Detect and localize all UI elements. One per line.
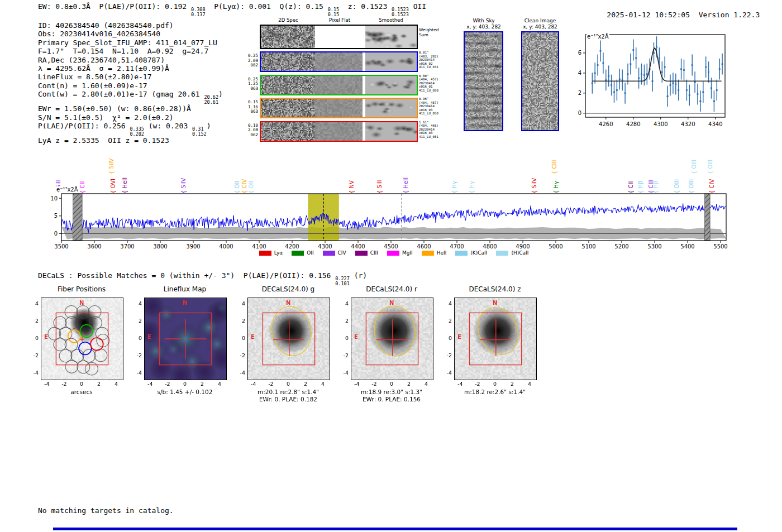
svg-text:4100: 4100 [252, 243, 266, 250]
y-tick-label: 0 [441, 335, 452, 341]
legend-item-MgII: MgII [387, 250, 413, 256]
weighted-sum-2dspec-image [261, 26, 315, 48]
y-tick-label: -2 [337, 352, 349, 358]
legend-label: MgII [402, 250, 413, 256]
clean-image-panel [521, 31, 559, 131]
x-tick-label: 4 [419, 381, 433, 387]
x-tick-label: -2 [264, 381, 278, 387]
fiber-row-annotation-line: 411_LU_051 [419, 135, 438, 138]
range-low: 0.1523 [392, 12, 409, 17]
cutout-image-decals [351, 298, 433, 380]
x-tick-label: 0 [75, 381, 88, 387]
y-tick-label: -4 [337, 370, 349, 376]
line-label-CIV: { CIV [708, 150, 716, 194]
compass-east-label: E [251, 334, 255, 340]
cutout-image-decals [247, 298, 330, 380]
info-8-range-1: 20.6220.61 [204, 95, 218, 104]
y-tick-label: -4 [441, 370, 452, 376]
svg-text:5500: 5500 [713, 243, 727, 250]
fiber-row-annotation-line: (404, 465) [419, 124, 438, 127]
cutout-title-2: DECaLS(24.0) g [236, 285, 340, 293]
svg-text:3700: 3700 [120, 243, 134, 250]
version-label: Version 1.22.3 [699, 11, 760, 19]
legend-label: CIII [370, 250, 378, 256]
x-tick-label: -4 [40, 381, 54, 387]
cutout-title-0: Fiber Positions [30, 285, 133, 293]
summary-text-4: z: 0.1523 [339, 2, 392, 11]
info-3-text-0: F=1.7" T=0.154 N=1.10 A=0.92 g=24.7 [38, 47, 208, 55]
svg-text:4700: 4700 [450, 243, 464, 250]
summary-header: EW: 0.8±0.3Å P(LAE)/P(OII): 0.192 0.3080… [38, 2, 426, 17]
col-header-pixelflat: Pixel Flat [317, 17, 362, 23]
x-tick-label: 0 [178, 381, 192, 387]
spectrum-unit-label: e⁻¹⁷x2Å [56, 186, 79, 193]
legend-label: (K)CaII [470, 250, 487, 256]
info-line-12: LyA z = 2.5335 OII z = 0.1523 [38, 136, 223, 145]
legend-item-OII: OII [292, 250, 313, 256]
weighted-sum-label: Weighted Sum [419, 28, 439, 37]
fiber-row-annotation-line: 411_LU_050 [419, 89, 438, 92]
cutout-xlabel: arcsecs [30, 389, 133, 395]
clean-image-header: Clean Image x, y: 403, 282 [518, 18, 562, 30]
compass-north-label: N [183, 300, 187, 306]
range-low: 0.137 [191, 12, 206, 17]
info-11-text-4: ) [207, 122, 211, 130]
y-tick-label: 4 [337, 300, 349, 306]
x-tick-label: -2 [471, 381, 484, 387]
withsky-image [465, 32, 502, 130]
cutout-title-4: DECaLS(24.0) z [443, 285, 547, 293]
fiber-row-annotation-line: (404, 457) [419, 78, 438, 81]
fiber-row-pixelflat-image [315, 52, 365, 71]
line-label-Hγ: { Hγ [451, 150, 459, 194]
info-line-1: Obs: 20230414v016_4026384540 [38, 30, 223, 38]
legend-item-HeII: HeII [422, 250, 447, 256]
fiber-row-annotation: 0.80"(404, 457)20230414v016_01411_LU_050 [419, 74, 452, 93]
info-12-text-0: LyA z = 2.5335 OII z = 0.1523 [38, 136, 169, 145]
y-tick-label: 2 [234, 318, 245, 324]
line-label-HeII: { HeII [402, 150, 410, 194]
fiber-row-2dspec-image [261, 122, 315, 141]
info-5-text-0: λ = 4295.62Å σ = 2.11(±0.99)Å [38, 64, 169, 73]
x-tick-label: 2 [92, 381, 106, 387]
clean-image [522, 32, 558, 130]
fiber-row-annotation-line: (403, 282) [419, 55, 438, 58]
svg-text:3600: 3600 [87, 243, 101, 250]
y-tick-label: 4 [131, 300, 142, 306]
fiber-row-pixelflat-image [315, 76, 365, 94]
info-block: ID: 4026384540 (4026384540.pdf)Obs: 2023… [38, 21, 223, 145]
range-low: 0.152 [192, 132, 207, 137]
x-tick-label: 0 [385, 381, 398, 387]
fiber-row-annotation-line: v016_01 [419, 85, 432, 88]
info-11-range-1: 0.3350.202 [130, 127, 144, 136]
svg-text:2: 2 [578, 90, 581, 96]
svg-text:10: 10 [50, 195, 58, 202]
summary-range-5: 0.15230.1523 [392, 7, 409, 17]
line-label-Hβ: { Hβ [652, 150, 660, 194]
fiber-row-2d-panel [260, 98, 418, 118]
svg-text:4: 4 [578, 70, 581, 76]
y-tick-label: 0 [27, 335, 39, 341]
info-line-10: S/N = 5.1(±0.5) χ² = 2.0(±0.2) [38, 113, 223, 122]
fiber-row-left-label: 0.151.16063 [245, 100, 258, 114]
fiber-row-annotation-line: 1.61" [419, 121, 428, 124]
full-spectrum-chart: 3500360037003800390040004100420043004400… [45, 190, 743, 251]
info-6-text-0: LineFlux = 8.50(±2.80)e-17 [38, 73, 152, 81]
x-tick-label: 4 [523, 381, 536, 387]
svg-text:0: 0 [54, 231, 58, 237]
info-1-text-0: Obs: 20230414v016_4026384540 [38, 30, 160, 38]
x-tick-label: 2 [506, 381, 519, 387]
fiber-row-pixelflat-image [315, 99, 365, 117]
svg-text:5300: 5300 [647, 243, 661, 250]
spectrum-legend: LyαOIICIVCIIIMgIIHeII(K)CaII(H)CaII [61, 250, 726, 256]
fiber-row-annotation: 0.96"(404, 457)20230414v016_03411_LU_050 [419, 97, 452, 116]
line-label-CII: { CII [627, 150, 635, 194]
legend-label: (H)CaII [511, 250, 528, 256]
spacer [690, 11, 699, 19]
svg-text:4400: 4400 [351, 243, 365, 250]
timestamp: 2025-01-12 10:52:05 [607, 11, 690, 19]
fiber-row-annotation-line: 20230414 [419, 82, 435, 85]
fiber-row-annotation-line: 0.96" [419, 97, 428, 100]
cutout-image-lineflux [144, 298, 227, 380]
cutout-image-decals [454, 298, 537, 380]
svg-text:6: 6 [578, 50, 581, 56]
